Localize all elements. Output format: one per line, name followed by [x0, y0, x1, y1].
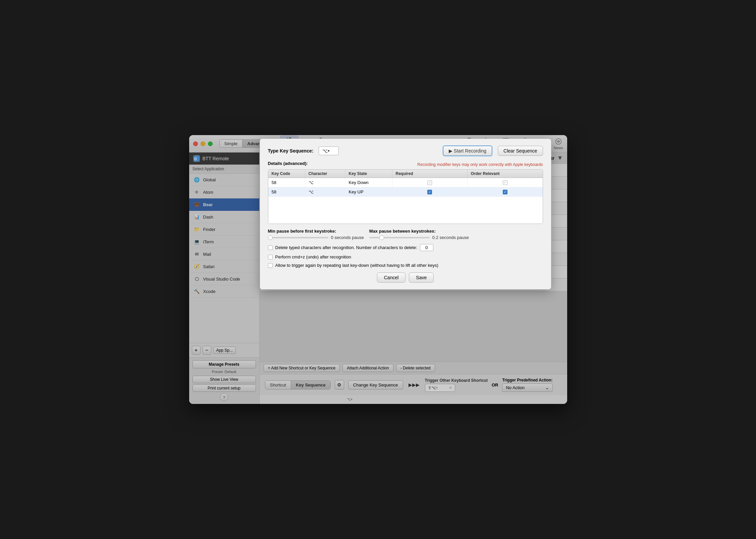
- modal-footer: Cancel Save: [268, 273, 543, 283]
- warning-text: Recording modifier keys may only work co…: [308, 162, 543, 167]
- modal-top-row: Type Key Sequence: ⌥• ▶ Start Recording …: [268, 145, 543, 156]
- delete-count-input[interactable]: [420, 244, 433, 251]
- app-window: Simple Advanced Gestures: [189, 135, 567, 404]
- min-pause-track: [268, 237, 328, 238]
- key-sequence-modal: Type Key Sequence: ⌥• ▶ Start Recording …: [260, 138, 551, 290]
- cell-order-2[interactable]: ✓: [468, 187, 543, 196]
- delete-chars-checkbox[interactable]: [268, 245, 273, 250]
- order-checkbox-2[interactable]: ✓: [503, 190, 507, 194]
- min-pause-slider-inner: 0 seconds pause: [268, 235, 364, 240]
- allow-trigger-label: Allow to trigger again by repeating last…: [275, 263, 438, 268]
- cancel-button[interactable]: Cancel: [377, 273, 406, 283]
- cell-state-1: Key Down: [345, 178, 392, 187]
- cell-required-2[interactable]: ✓: [392, 187, 468, 196]
- max-pause-track: [369, 237, 430, 238]
- max-pause-slider-inner: 0.2 seconds pause: [369, 235, 469, 240]
- table-empty-area: [268, 197, 543, 224]
- undo-row: Perform cmd+z (undo) after recognition: [268, 254, 543, 259]
- max-pause-thumb[interactable]: [379, 235, 384, 240]
- slider-row: Min pause before first keystroke: 0 seco…: [268, 229, 543, 240]
- table-row: 58 ⌥ Key Down ✓ ✓: [268, 178, 543, 187]
- key-sequence-table: Key Code Character Key State Required Or…: [268, 169, 543, 224]
- max-pause-group: Max pause between keystrokes: 0.2 second…: [369, 229, 469, 240]
- save-button[interactable]: Save: [409, 273, 434, 283]
- modal-overlay: Type Key Sequence: ⌥• ▶ Start Recording …: [189, 135, 567, 404]
- cell-order-1[interactable]: ✓: [468, 178, 543, 187]
- cell-char-1: ⌥: [305, 178, 345, 187]
- min-pause-label: Min pause before first keystroke:: [268, 229, 364, 234]
- required-checkbox-1[interactable]: ✓: [427, 180, 432, 185]
- details-advanced-label: Details (advanced):: [268, 161, 308, 166]
- min-pause-value: 0 seconds pause: [331, 235, 364, 240]
- undo-label: Perform cmd+z (undo) after recognition: [275, 254, 352, 259]
- key-sequence-display: ⌥•: [319, 146, 339, 155]
- min-pause-group: Min pause before first keystroke: 0 seco…: [268, 229, 364, 240]
- clear-sequence-button[interactable]: Clear Sequence: [498, 146, 543, 156]
- cell-state-2: Key UP: [345, 187, 392, 196]
- min-pause-thumb[interactable]: [268, 235, 273, 240]
- col-key-code: Key Code: [268, 170, 305, 178]
- undo-checkbox[interactable]: [268, 255, 273, 259]
- table-header: Key Code Character Key State Required Or…: [268, 170, 543, 178]
- start-recording-button[interactable]: ▶ Start Recording: [443, 145, 492, 156]
- col-required: Required: [392, 170, 468, 178]
- order-checkbox-1[interactable]: ✓: [503, 180, 507, 185]
- cell-required-1[interactable]: ✓: [392, 178, 468, 187]
- required-checkbox-2[interactable]: ✓: [427, 190, 432, 194]
- allow-trigger-checkbox[interactable]: [268, 263, 273, 268]
- cell-key-code-1: 58: [268, 178, 305, 187]
- details-header-row: Details (advanced): Recording modifier k…: [268, 161, 543, 168]
- col-character: Character: [305, 170, 345, 178]
- cell-key-code-2: 58: [268, 187, 305, 196]
- col-key-state: Key State: [345, 170, 392, 178]
- max-pause-label: Max pause between keystrokes:: [369, 229, 469, 234]
- delete-chars-label: Delete typed characters after recognitio…: [275, 245, 417, 250]
- delete-chars-row: Delete typed characters after recognitio…: [268, 244, 543, 251]
- type-key-sequence-label: Type Key Sequence:: [268, 148, 314, 154]
- table-row: 58 ⌥ Key UP ✓ ✓: [268, 187, 543, 197]
- allow-trigger-row: Allow to trigger again by repeating last…: [268, 263, 543, 268]
- cell-char-2: ⌥: [305, 187, 345, 196]
- col-order-relevant: Order Relevant: [468, 170, 543, 178]
- max-pause-value: 0.2 seconds pause: [432, 235, 469, 240]
